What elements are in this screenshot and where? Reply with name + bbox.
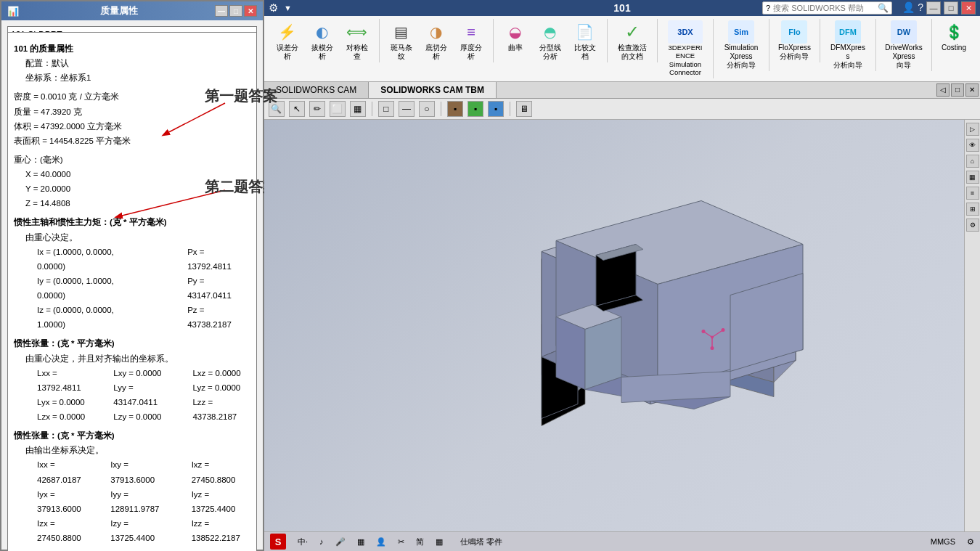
prop-py: Py = 43147.0411 [187,274,250,303]
cam-tool-green[interactable]: ▪ [467,101,483,117]
ribbon-group-floxpress: Flo FloXpress分析向导 [772,19,820,62]
ribbon-content: ⚡ 误差分析 ◐ 拔模分析 ⟺ 对称检查 ▤ [264,16,980,81]
search-icon[interactable]: 🔍 [878,3,889,13]
cam-tab-solidworks-cam-tbm[interactable]: SOLIDWORKS CAM TBM [369,82,497,98]
status-text-1: 中· [298,536,308,547]
prop-lzy: Lzy = 0.0000 [113,409,171,424]
ribbon-item-draft-analysis[interactable]: ◐ 拔模分析 [306,19,338,62]
symmetry-check-label: 对称检查 [344,44,370,61]
cam-tool-blue[interactable]: ▪ [488,101,504,117]
ribbon-item-3dexperience[interactable]: 3DX 3DEXPERIENCESimulationConnector [663,19,707,78]
ribbon-item-undercut[interactable]: ◑ 底切分析 [420,19,452,62]
status-grid-icon[interactable]: ▦ [357,537,364,547]
ribbon-item-dfmxpress[interactable]: DFM DFMXpress分析向导 [826,19,870,71]
status-text-simple: 简 [416,536,424,547]
curvature-icon: ◒ [504,20,527,44]
floxpress-label: FloXpress分析向导 [778,44,811,61]
rs-btn-grid[interactable]: ▦ [966,171,979,184]
parting-line-label: 分型线分析 [537,44,563,61]
rs-btn-list[interactable]: ≡ [966,187,979,200]
title-bar-controls: — □ ✕ [215,5,257,17]
rs-btn-arrow[interactable]: ▷ [966,123,979,136]
ribbon-item-floxpress[interactable]: Flo FloXpress分析向导 [775,19,814,62]
prop-lxy: Lxy = 0.0000 [113,366,171,380]
cam-tool-minus[interactable]: — [399,101,415,117]
draft-analysis-icon: ◐ [311,20,334,44]
status-gear-icon[interactable]: ⚙ [967,537,974,547]
sw-close-button[interactable]: ✕ [961,1,976,15]
draft-analysis-label: 拔模分析 [309,44,335,61]
minimize-button[interactable]: — [215,5,228,17]
rs-btn-settings[interactable]: ⚙ [966,219,979,232]
cam-tab-solidworks-cam[interactable]: SOLIDWORKS CAM [264,82,369,98]
cam-tool-cursor[interactable]: ↖ [289,101,305,117]
cam-tab-expand-left[interactable]: ◁ [936,83,950,97]
rs-btn-view[interactable]: 👁 [966,139,979,152]
sw-maximize-button[interactable]: □ [944,1,958,15]
cam-tab-close[interactable]: ✕ [965,83,979,97]
cam-tool-search[interactable]: 🔍 [269,101,285,117]
ribbon-item-compare-doc[interactable]: 📄 比较文档 [569,19,601,62]
dfmxpress-icon: DFM [835,20,861,44]
close-button[interactable]: ✕ [244,5,257,17]
ribbon-item-curvature[interactable]: ◒ 曲率 [499,19,531,54]
simxpress-label: SimulationXpress分析向导 [722,44,760,70]
ribbon-group-items-2: ▤ 斑马条纹 ◑ 底切分析 ≡ 厚度分析 [385,19,487,62]
maximize-button[interactable]: □ [229,5,242,17]
prop-izy2: Izy = 13725.4400 [110,516,169,545]
prop-volume: 体积 = 47392.0000 立方毫米 [14,119,250,134]
prop-px: Px = 13792.4811 [187,245,250,274]
status-grid2-icon[interactable]: ▦ [436,537,443,547]
cam-tool-pen[interactable]: ✏ [309,101,325,117]
prop-lzx: Lzx = 0.0000 [37,409,91,424]
ribbon-item-check-active[interactable]: ✓ 检查激活的文档 [613,19,651,62]
status-user-icon[interactable]: 👤 [376,537,386,547]
check-active-label: 检查激活的文档 [618,44,647,61]
prop-lyy: Lyy = 43147.0411 [113,380,171,409]
thickness-icon: ≡ [460,20,483,44]
svg-point-43 [721,328,724,332]
undercut-icon: ◑ [425,20,448,44]
cam-tool-box[interactable]: ⬜ [330,101,346,117]
ribbon-item-thickness[interactable]: ≡ 厚度分析 [455,19,487,62]
viewport[interactable] [264,120,964,531]
cam-tab-collapse[interactable]: □ [951,83,964,97]
check-active-icon: ✓ [621,20,644,44]
status-mmgs: MMGS [931,537,955,546]
search-input[interactable] [773,4,875,12]
ribbon-item-costing[interactable]: 💲 Costing [938,19,970,54]
prop-center-of-mass: 重心：(毫米) [14,152,250,167]
ribbon-item-driveworks[interactable]: DW DriveWorksXpress向导 [882,19,926,71]
ribbon-item-symmetry-check[interactable]: ⟺ 对称检查 [341,19,373,62]
prop-ixy2: Ixy = 37913.6000 [110,457,169,486]
cam-tool-monitor[interactable]: 🖥 [516,101,532,117]
status-mic-icon[interactable]: 🎤 [335,537,346,547]
svg-point-45 [710,346,714,350]
ribbon-item-error-analysis[interactable]: ⚡ 误差分析 [271,19,303,62]
3dexperience-label: 3DEXPERIENCESimulationConnector [666,44,704,77]
cam-tool-view[interactable]: ▦ [350,101,366,117]
prop-ixx2: Ixx = 42687.0187 [37,457,89,486]
prop-ix: Ix = (1.0000, 0.0000, 0.0000) [37,245,144,274]
svg-marker-31 [556,317,585,390]
left-panel: 📊 质量属性 — □ ✕ 101.SLDPRT 选项(O)... 包括隐藏的实体… [0,0,264,551]
parting-line-icon: ◓ [539,20,562,44]
status-scissors-icon[interactable]: ✂ [398,537,404,547]
properties-area: 101 的质量属性 配置：默认 坐标系：坐标系1 密度 = 0.0010 克 /… [7,32,257,551]
ribbon-item-zebra[interactable]: ▤ 斑马条纹 [385,19,417,62]
right-sidebar: ▷ 👁 ⌂ ▦ ≡ ⊞ ⚙ [964,120,980,531]
sw-minimize-button[interactable]: — [926,1,941,15]
cam-tool-sphere[interactable]: ○ [419,101,435,117]
ribbon-group-items-1: ⚡ 误差分析 ◐ 拔模分析 ⟺ 对称检查 [271,19,373,62]
help-question-icon[interactable]: ? [918,1,923,15]
cam-tool-color[interactable]: ▪ [447,101,463,117]
user-icon[interactable]: 👤 [902,1,915,15]
rs-btn-layers[interactable]: ⊞ [966,203,979,216]
ribbon-item-parting-line[interactable]: ◓ 分型线分析 [534,19,566,62]
ribbon-item-simxpress[interactable]: Sim SimulationXpress分析向导 [719,19,763,71]
status-bar: S 中· ♪ 🎤 ▦ 👤 ✂ 简 ▦ 仕鳴塔 零件 MMGS ⚙ [264,531,980,551]
cam-tool-cube[interactable]: □ [378,101,394,117]
ribbon-group-driveworks: DW DriveWorksXpress向导 [879,19,932,71]
rs-btn-house[interactable]: ⌂ [966,155,979,168]
cam-tab-controls: ◁ □ ✕ [935,82,980,98]
